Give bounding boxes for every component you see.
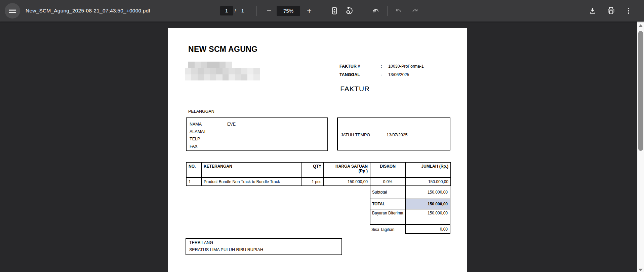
plus-icon: + (307, 6, 312, 15)
title-rule-right (374, 89, 446, 89)
col-header-diskon: DISKON (370, 162, 405, 177)
col-header-qty: QTY (301, 162, 324, 177)
payment-received-label: Bayaran Diterima (370, 209, 405, 224)
title-rule-left (188, 89, 335, 89)
due-date-box: JATUH TEMPO 13/07/2025 (337, 117, 450, 150)
item-no: 1 (186, 177, 201, 186)
toolbar-divider (365, 6, 365, 16)
total-value: 150.000,00 (405, 199, 450, 209)
print-icon (607, 6, 615, 15)
customer-row-nama: NAMA EVE (190, 121, 324, 128)
pen-squiggle-icon (372, 6, 380, 15)
page-count-label: / 1 (235, 0, 246, 22)
item-discount: 0.0% (370, 177, 405, 186)
fit-to-page-icon (330, 6, 339, 15)
invoice-number-row: FAKTUR # : 10030-ProForma-1 (339, 64, 424, 69)
customer-name-value: EVE (227, 121, 236, 128)
undo-icon (394, 7, 402, 15)
zoom-level-input[interactable]: 75% (277, 6, 300, 16)
zoom-out-button[interactable]: − (261, 3, 276, 18)
redo-icon (411, 7, 419, 15)
vertical-scrollbar[interactable] (637, 22, 644, 272)
item-unit-price: 150.000,00 (324, 177, 370, 186)
balance-due-row: Sisa Tagihan 0,00 (370, 225, 450, 234)
balance-due-value: 0,00 (405, 225, 450, 234)
invoice-date-value: 13/06/2025 (388, 72, 409, 77)
invoice-title: FAKTUR (340, 85, 370, 93)
toolbar-divider (320, 6, 320, 16)
scroll-down-arrow-icon[interactable] (639, 269, 643, 271)
subtotal-row: Subtotal 150.000,00 (370, 186, 450, 199)
download-button[interactable] (585, 3, 600, 18)
customer-row-alamat: ALAMAT (190, 128, 324, 135)
menu-button[interactable] (5, 3, 20, 19)
toolbar-divider (387, 6, 388, 16)
toolbar-divider (256, 6, 257, 16)
due-date-value: 13/07/2025 (387, 133, 408, 137)
item-qty: 1 pcs (301, 177, 324, 186)
customer-box: NAMA EVE ALAMAT TELP FAX (186, 117, 328, 151)
document-title: New_SCM_Agung_2025-08-21_07:43:50_+0000.… (26, 0, 150, 22)
more-options-button[interactable] (621, 3, 636, 18)
annotate-button[interactable] (369, 3, 384, 18)
page-number-input[interactable]: 1 (220, 6, 233, 15)
scroll-up-arrow-icon[interactable] (639, 24, 643, 27)
zoom-in-button[interactable]: + (302, 3, 317, 18)
terbilang-label: TERBILANG (189, 240, 338, 245)
subtotal-value: 150.000,00 (405, 186, 450, 199)
summary-table: Subtotal 150.000,00 TOTAL 150.000,00 Bay… (370, 186, 450, 234)
undo-button[interactable] (391, 3, 406, 18)
redo-button[interactable] (408, 3, 422, 18)
due-date-label: JATUH TEMPO (341, 133, 370, 137)
download-icon (589, 7, 597, 15)
scrollbar-thumb[interactable] (638, 31, 643, 151)
terbilang-value: SERATUS LIMA PULUH RIBU RUPIAH (189, 247, 338, 252)
payment-received-value: 150.000,00 (405, 209, 450, 224)
customer-row-fax: FAX (190, 143, 324, 150)
fit-to-page-button[interactable] (327, 3, 342, 18)
company-name: NEW SCM AGUNG (188, 45, 257, 54)
rotate-icon (345, 6, 354, 15)
item-description: Product Bundle Non Track to Bundle Track (201, 177, 301, 186)
subtotal-label: Subtotal (370, 186, 405, 199)
customer-section-label: PELANGGAN (188, 109, 214, 114)
invoice-title-row: FAKTUR (188, 84, 446, 93)
customer-row-telp: TELP (190, 135, 324, 143)
table-row: 1 Product Bundle Non Track to Bundle Tra… (186, 177, 451, 186)
kebab-menu-icon (625, 7, 633, 15)
invoice-date-row: TANGGAL : 13/06/2025 (339, 72, 409, 77)
invoice-number-value: 10030-ProForma-1 (388, 64, 424, 69)
item-amount: 150.000,00 (405, 177, 451, 186)
total-row: TOTAL 150.000,00 (370, 199, 450, 209)
rotate-button[interactable] (342, 3, 357, 18)
total-label: TOTAL (370, 199, 405, 209)
col-header-jumlah: JUMLAH (Rp.) (405, 162, 451, 177)
amount-in-words-box: TERBILANG SERATUS LIMA PULUH RIBU RUPIAH (186, 238, 342, 255)
items-table-header-row: NO. KETERANGAN QTY HARGA SATUAN (Rp.) DI… (186, 162, 451, 177)
pdf-page: NEW SCM AGUNG FAKTUR # : 10030-ProForma-… (168, 28, 467, 272)
invoice-date-label: TANGGAL (339, 72, 381, 77)
pdf-viewer-toolbar: New_SCM_Agung_2025-08-21_07:43:50_+0000.… (0, 0, 644, 22)
hamburger-icon (9, 8, 16, 14)
balance-due-label: Sisa Tagihan (370, 225, 405, 234)
redacted-address-block (185, 62, 260, 80)
payment-received-row: Bayaran Diterima 150.000,00 (370, 209, 450, 225)
invoice-number-label: FAKTUR # (339, 64, 381, 69)
items-table: NO. KETERANGAN QTY HARGA SATUAN (Rp.) DI… (186, 162, 451, 186)
col-header-no: NO. (186, 162, 201, 177)
minus-icon: − (267, 6, 271, 15)
col-header-harga-satuan: HARGA SATUAN (Rp.) (324, 162, 370, 177)
print-button[interactable] (604, 3, 618, 18)
col-header-keterangan: KETERANGAN (201, 162, 301, 177)
